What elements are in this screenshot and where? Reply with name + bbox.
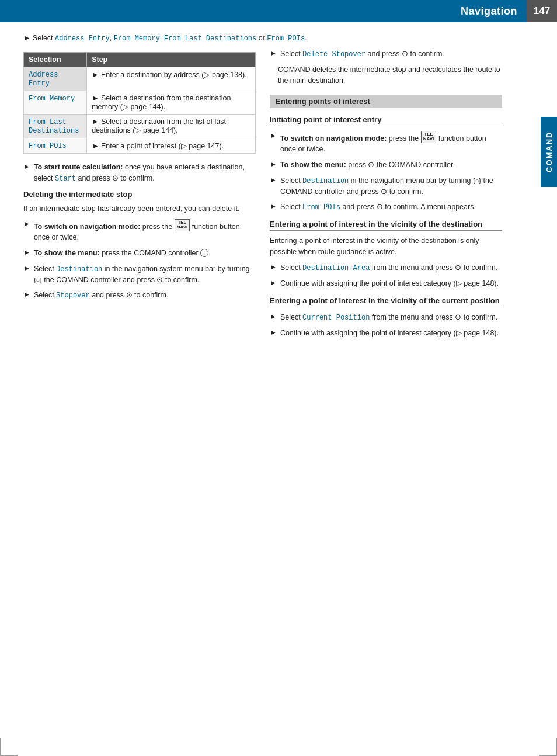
bullet-item-continue-current: ► Continue with assigning the point of i… bbox=[270, 328, 502, 339]
bullet-item-switch-nav: ► To switch on navigation mode: press th… bbox=[23, 219, 256, 243]
corner-mark-br bbox=[539, 738, 557, 756]
bullet-item-from-pois: ► Select From POIs and press ⊙ to confir… bbox=[270, 202, 502, 213]
header-bar: Navigation 147 bbox=[0, 0, 557, 22]
bullet-arrow: ► bbox=[270, 262, 277, 272]
table-cell-selection: From LastDestinations bbox=[24, 115, 87, 138]
bullet-text-continue-current: Continue with assigning the point of int… bbox=[280, 328, 502, 339]
intro-from-pois: From POIs bbox=[267, 34, 305, 43]
bullet-arrow: ► bbox=[270, 48, 277, 58]
intro-from-memory: From Memory bbox=[114, 34, 160, 43]
comand-deletes-text: COMAND deletes the intermediate stop and… bbox=[278, 64, 502, 86]
bullet-item-delete-stopover: ► Select Delete Stopover and press ⊙ to … bbox=[270, 48, 502, 60]
intro-address-entry: Address Entry bbox=[55, 34, 110, 43]
destination-vicinity-intro: Entering a point of interest in the vici… bbox=[270, 235, 502, 258]
bullet-arrow: ► bbox=[270, 312, 277, 322]
table-cell-selection: From Memory bbox=[24, 91, 87, 115]
intro-from-last: From Last Destinations bbox=[164, 34, 256, 43]
bullet-arrow: ► bbox=[23, 263, 30, 273]
bullet-arrow: ► bbox=[270, 159, 277, 169]
entering-poi-heading: Entering points of interest bbox=[270, 95, 502, 108]
table-row: From Memory ► Select a destination from … bbox=[24, 91, 256, 115]
bullet-text-from-pois: Select From POIs and press ⊙ to confirm.… bbox=[280, 202, 502, 213]
bullet-arrow: ► bbox=[23, 290, 30, 300]
bullet-text-show-menu: To show the menu: press the COMAND contr… bbox=[34, 248, 256, 259]
bullet-text-current-pos: Select Current Position from the menu an… bbox=[280, 312, 502, 323]
bullet-item-current-pos: ► Select Current Position from the menu … bbox=[270, 312, 502, 323]
bullet-text-select-destination: Select Destination in the navigation sys… bbox=[34, 263, 256, 286]
corner-mark-bl bbox=[0, 738, 18, 756]
delete-stop-heading: Deleting the intermediate stop bbox=[23, 190, 256, 199]
destination-vicinity-heading: Entering a point of interest in the vici… bbox=[270, 220, 502, 231]
bullet-item-continue-dest: ► Continue with assigning the point of i… bbox=[270, 278, 502, 289]
table-header-selection: Selection bbox=[24, 53, 87, 67]
left-column: Selection Step Address Entry ► Enter a d… bbox=[23, 48, 256, 343]
bullet-item-select-dest2: ► Select Destination in the navigation m… bbox=[270, 175, 502, 197]
table-cell-step: ► Select a destination from the list of … bbox=[87, 115, 256, 138]
table-header-step: Step bbox=[87, 53, 256, 67]
bullet-text-show-menu2: To show the menu: press ⊙ the COMAND con… bbox=[280, 159, 502, 171]
page-number: 147 bbox=[527, 0, 557, 22]
controller-icon bbox=[200, 249, 208, 257]
intro-line: ► Select Address Entry, From Memory, Fro… bbox=[23, 33, 502, 44]
bullet-arrow: ► bbox=[270, 175, 277, 185]
route-calc-text: To start route calculation: once you hav… bbox=[34, 162, 256, 184]
bullet-item-show-menu: ► To show the menu: press the COMAND con… bbox=[23, 248, 256, 259]
table-row: From LastDestinations ► Select a destina… bbox=[24, 115, 256, 138]
current-pos-heading: Entering a point of interest in the vici… bbox=[270, 296, 502, 307]
bullet-text-switch-nav2: To switch on navigation mode: press the … bbox=[280, 131, 502, 155]
right-column: ► Select Delete Stopover and press ⊙ to … bbox=[270, 48, 502, 343]
bullet-arrow: ► bbox=[270, 131, 277, 141]
delete-stop-intro: If an intermediate stop has already been… bbox=[23, 203, 256, 214]
table-cell-step: ► Enter a destination by address (▷ page… bbox=[87, 67, 256, 91]
tel-navi-icon: TELNAVI bbox=[175, 219, 190, 232]
bullet-text-select-dest2: Select Destination in the navigation men… bbox=[280, 175, 502, 197]
bullet-arrow: ► bbox=[270, 328, 277, 338]
bullet-arrow: ► bbox=[23, 248, 30, 258]
bullet-text-dest-area: Select Destination Area from the menu an… bbox=[280, 262, 502, 273]
bullet-text-select-stopover: Select Stopover and press ⊙ to confirm. bbox=[34, 290, 256, 301]
bullet-arrow: ► bbox=[23, 162, 30, 172]
table-cell-selection: From POIs bbox=[24, 138, 87, 154]
initiating-heading: Initiating point of interest entry bbox=[270, 115, 502, 126]
main-content: ► Select Address Entry, From Memory, Fro… bbox=[0, 22, 537, 353]
bullet-arrow: ► bbox=[270, 202, 277, 211]
bullet-arrow: ► bbox=[270, 278, 277, 288]
bullet-item-dest-area: ► Select Destination Area from the menu … bbox=[270, 262, 502, 273]
bullet-arrow: ► bbox=[23, 219, 30, 229]
tel-navi-icon2: TELNAVI bbox=[421, 131, 437, 144]
bullet-text-switch-nav: To switch on navigation mode: press the … bbox=[34, 219, 256, 243]
two-column-layout: Selection Step Address Entry ► Enter a d… bbox=[23, 48, 502, 343]
bullet-text-continue-dest: Continue with assigning the point of int… bbox=[280, 278, 502, 289]
table-cell-step: ► Select a destination from the destinat… bbox=[87, 91, 256, 115]
bullet-text-delete-stopover: Select Delete Stopover and press ⊙ to co… bbox=[280, 48, 502, 60]
selection-table: Selection Step Address Entry ► Enter a d… bbox=[23, 52, 256, 154]
table-cell-step: ► Enter a point of interest (▷ page 147)… bbox=[87, 138, 256, 154]
bullet-item-show-menu2: ► To show the menu: press ⊙ the COMAND c… bbox=[270, 159, 502, 171]
table-row: Address Entry ► Enter a destination by a… bbox=[24, 67, 256, 91]
page-title: Navigation bbox=[461, 5, 517, 18]
bullet-item-select-destination: ► Select Destination in the navigation s… bbox=[23, 263, 256, 286]
bullet-item-select-stopover: ► Select Stopover and press ⊙ to confirm… bbox=[23, 290, 256, 301]
route-calc-item: ► To start route calculation: once you h… bbox=[23, 162, 256, 184]
table-row: From POIs ► Enter a point of interest (▷… bbox=[24, 138, 256, 154]
table-cell-selection: Address Entry bbox=[24, 67, 87, 91]
side-label: COMAND bbox=[541, 117, 557, 187]
bullet-item-switch-nav2: ► To switch on navigation mode: press th… bbox=[270, 131, 502, 155]
